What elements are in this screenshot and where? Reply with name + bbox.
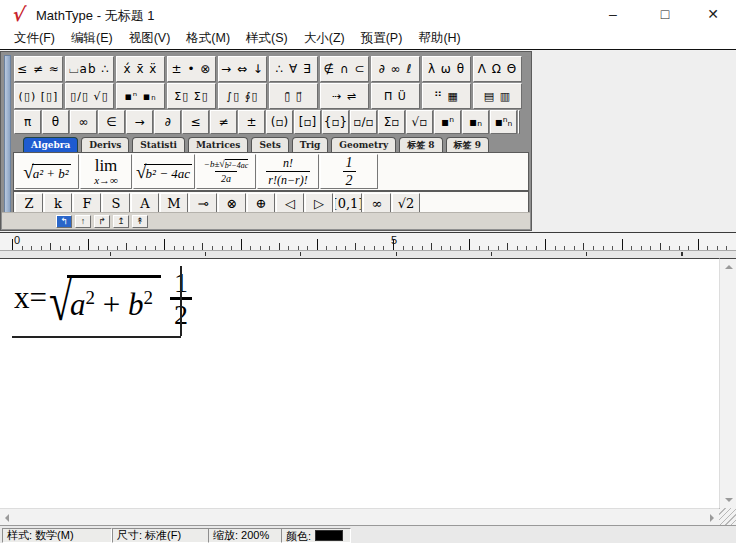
ruler-ticks-major	[12, 239, 736, 250]
expr-triangle-left[interactable]: ◁	[276, 193, 304, 214]
palette-labeled-arrows[interactable]: ⇢ ⇌	[320, 83, 369, 109]
vertical-scrollbar[interactable]	[719, 258, 736, 508]
tab-statistics[interactable]: Statisti	[132, 137, 185, 152]
status-color[interactable]: 颜色:	[281, 528, 351, 543]
tab-sets[interactable]: Sets	[251, 137, 288, 152]
palette-product-union[interactable]: Π̈ Ü	[371, 83, 420, 109]
close-button[interactable]: ✕	[690, 0, 736, 28]
expr-set-z[interactable]: Z	[15, 193, 43, 214]
tiny-insert-style-1[interactable]: ↰	[56, 215, 72, 228]
scroll-down-icon[interactable]	[725, 498, 733, 502]
palette-fences[interactable]: (▯) [▯]	[14, 83, 63, 109]
equation-canvas[interactable]: x= √ a2 + b2 1 2	[0, 258, 719, 508]
expr-otimes[interactable]: ⊗	[218, 193, 246, 214]
small-plus-minus[interactable]: ±	[238, 110, 265, 134]
expr-interval-01[interactable]: [0,1]	[334, 193, 362, 214]
small-theta[interactable]: θ	[42, 110, 69, 134]
expr-sqrt-2[interactable]: √2	[392, 193, 420, 214]
tab-algebra[interactable]: Algebra	[23, 137, 78, 152]
palette-scripts[interactable]: ▪ⁿ ▪ₙ	[116, 83, 165, 109]
palette-sum-templates[interactable]: Σ▯ Σ▯	[167, 83, 216, 109]
small-subsup-template[interactable]: ▪ⁿₙ	[490, 110, 517, 134]
palette-matrix-templates[interactable]: ⠛ ▦	[422, 83, 471, 109]
small-partial[interactable]: ∂	[154, 110, 181, 134]
small-subscript-template[interactable]: ▪ₙ	[462, 110, 489, 134]
palette-logic[interactable]: ∴ ∀ ∃	[269, 56, 318, 82]
tab-8[interactable]: 标签 8	[399, 137, 442, 152]
status-zoom[interactable]: 缩放: 200%	[208, 528, 282, 543]
menu-item-size[interactable]: 大小(Z)	[296, 28, 353, 49]
tiny-insert-style-2[interactable]: ↑	[75, 215, 91, 228]
menu-item-file[interactable]: 文件(F)	[6, 28, 63, 49]
small-paren-template[interactable]: (▫)	[266, 110, 293, 134]
expr-fraktur-m[interactable]: M	[160, 193, 188, 214]
expr-infinity[interactable]: ∞	[363, 193, 391, 214]
palette-bar-arrow-templates[interactable]: ▯̄ ▯⃗	[269, 83, 318, 109]
menu-item-help[interactable]: 帮助(H)	[410, 28, 468, 49]
tiny-insert-style-4[interactable]: ↥	[113, 215, 129, 228]
small-neq[interactable]: ≠	[210, 110, 237, 134]
ruler[interactable]: 0 5	[0, 232, 736, 258]
scroll-up-icon[interactable]	[725, 265, 733, 269]
template-discriminant[interactable]: √b² − 4ac	[133, 154, 195, 189]
palette-relational[interactable]: ≤ ≠ ≈	[14, 56, 63, 82]
palette-set-theory[interactable]: ∉ ∩ ⊂	[320, 56, 369, 82]
tab-derivs[interactable]: Derivs	[81, 137, 129, 152]
small-sqrt-template[interactable]: √▫	[406, 110, 433, 134]
horizontal-scrollbar[interactable]	[0, 508, 719, 525]
menu-item-format[interactable]: 格式(M)	[178, 28, 238, 49]
template-sqrt-a2-plus-b2[interactable]: √a² + b²	[15, 154, 79, 189]
tab-geometry[interactable]: Geometry	[331, 137, 396, 152]
palette-fraction-radical[interactable]: ▯∕▯ √▯	[65, 83, 114, 109]
template-binomial-coefficient[interactable]: n!r!(n−r)!	[257, 154, 319, 189]
tab-trig[interactable]: Trig	[292, 137, 329, 152]
small-leq[interactable]: ≤	[182, 110, 209, 134]
small-infinity[interactable]: ∞	[70, 110, 97, 134]
expr-f[interactable]: F	[73, 193, 101, 214]
expr-oplus[interactable]: ⊕	[247, 193, 275, 214]
small-sum-template[interactable]: Σ▫	[378, 110, 405, 134]
small-right-arrow[interactable]: →	[126, 110, 153, 134]
palette-spaces-ellipses[interactable]: ⌴ab ∴	[65, 56, 114, 82]
resize-grip[interactable]	[719, 508, 736, 525]
tab-matrices[interactable]: Matrices	[188, 137, 248, 152]
tiny-insert-style-5[interactable]: ↟	[132, 215, 148, 228]
small-pi[interactable]: π	[14, 110, 41, 134]
expr-fraktur-a[interactable]: A	[131, 193, 159, 214]
small-element-of[interactable]: ∈	[98, 110, 125, 134]
expr-k[interactable]: k	[44, 193, 72, 214]
menu-item-style[interactable]: 样式(S)	[238, 28, 296, 49]
expr-triangle-right[interactable]: ▷	[305, 193, 333, 214]
palette-greek-lowercase[interactable]: λ ω θ	[422, 56, 471, 82]
tiny-insert-style-3[interactable]: ↱	[94, 215, 110, 228]
palette-integral-templates[interactable]: ∫▯ ∮▯	[218, 83, 267, 109]
palette-misc-symbols[interactable]: ∂ ∞ ℓ	[371, 56, 420, 82]
small-brace-template[interactable]: {▫}	[322, 110, 349, 134]
status-size[interactable]: 尺寸: 标准(F)	[112, 528, 210, 543]
scroll-left-icon[interactable]	[5, 514, 9, 522]
palette-embellishments[interactable]: x́ x̄ ẍ	[116, 56, 165, 82]
menu-item-view[interactable]: 视图(V)	[121, 28, 179, 49]
toolbar-grab-handle[interactable]	[4, 55, 11, 227]
insertion-slot-underline	[12, 336, 181, 338]
minimize-button[interactable]: –	[590, 0, 636, 28]
palette-arrows[interactable]: → ⇔ ↓	[218, 56, 267, 82]
palette-greek-uppercase[interactable]: Λ Ω Θ	[473, 56, 522, 82]
palette-box-templates[interactable]: ▤ ▥	[473, 83, 522, 109]
maximize-button[interactable]: □	[642, 0, 688, 28]
tab-9[interactable]: 标签 9	[446, 137, 489, 152]
menu-item-edit[interactable]: 编辑(E)	[63, 28, 121, 49]
expr-script-s[interactable]: S	[102, 193, 130, 214]
small-superscript-template[interactable]: ▪ⁿ	[434, 110, 461, 134]
small-bracket-template[interactable]: [▫]	[294, 110, 321, 134]
menu-item-preset[interactable]: 预置(P)	[353, 28, 411, 49]
tab-stop-strip[interactable]	[0, 250, 736, 258]
palette-operators[interactable]: ± • ⊗	[167, 56, 216, 82]
status-style[interactable]: 样式: 数学(M)	[2, 528, 112, 543]
template-quadratic-formula[interactable]: −b±√b²−4ac 2a	[196, 154, 256, 189]
expr-multimap[interactable]: ⊸	[189, 193, 217, 214]
scroll-right-icon[interactable]	[710, 514, 714, 522]
small-fraction-template[interactable]: ▫∕▫	[350, 110, 377, 134]
template-limit[interactable]: limx→∞	[80, 154, 132, 189]
template-one-half[interactable]: 12	[320, 154, 378, 189]
